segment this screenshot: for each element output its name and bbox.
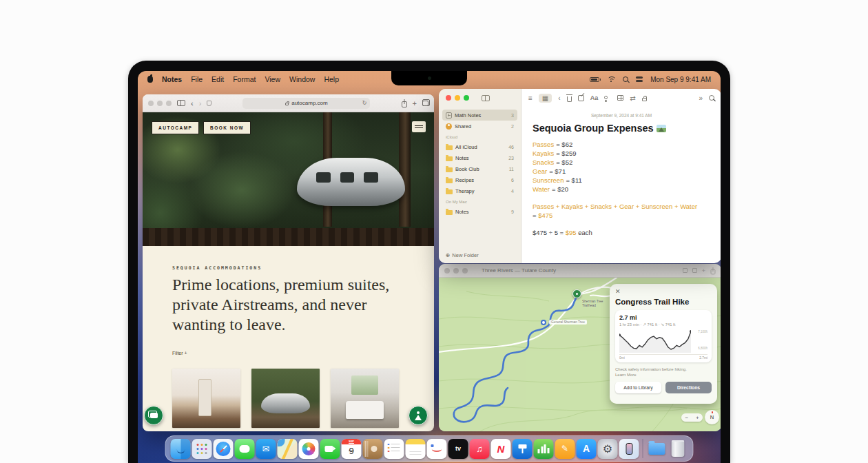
add-pin-icon[interactable]: + — [702, 267, 705, 274]
3d-icon[interactable] — [692, 268, 697, 273]
lock-note-icon[interactable] — [642, 98, 647, 101]
dock-facetime-icon[interactable] — [320, 439, 340, 459]
map-mode-icon[interactable] — [683, 268, 688, 273]
sidebar-item-book-club[interactable]: Book Club 11 — [442, 163, 517, 174]
zoom-in-button[interactable]: + — [696, 415, 699, 421]
forward-button[interactable]: › — [199, 99, 202, 107]
dock-finder-icon[interactable] — [171, 439, 191, 459]
note-content[interactable]: September 9, 2024 at 9:41 AM Sequoia Gro… — [521, 113, 721, 237]
safari-traffic-lights[interactable] — [148, 101, 172, 106]
dock-contacts-icon[interactable] — [363, 439, 383, 459]
sidebar-item-all-icloud[interactable]: All iCloud 46 — [442, 141, 517, 152]
menu-edit[interactable]: Edit — [211, 75, 224, 83]
table-icon[interactable] — [617, 95, 623, 101]
address-bar[interactable]: autocamp.com ↻ — [242, 98, 370, 109]
minimize-button[interactable] — [453, 268, 459, 274]
learn-more-link[interactable]: Learn More — [615, 373, 712, 377]
control-center-icon[interactable] — [636, 76, 643, 83]
sidebar-toggle-icon[interactable] — [482, 95, 490, 101]
listing-photo-bedroom[interactable] — [331, 369, 399, 428]
close-button[interactable] — [148, 101, 154, 106]
tab-overview-icon[interactable] — [422, 101, 428, 106]
app-menu-title[interactable]: Notes — [162, 75, 182, 83]
minimize-button[interactable] — [157, 101, 163, 106]
sidebar-item-therapy[interactable]: Therapy 4 — [442, 185, 517, 196]
trailhead-pin[interactable] — [572, 289, 581, 298]
new-folder-button[interactable]: ⊕ New Folder — [446, 252, 479, 258]
zoom-button[interactable] — [464, 95, 469, 101]
share-icon[interactable] — [402, 101, 407, 107]
dock-maps-icon[interactable] — [278, 439, 298, 459]
book-now-button[interactable]: BOOK NOW — [203, 121, 251, 134]
sidebar-item-recipes[interactable]: Recipes 6 — [442, 174, 517, 185]
dock-settings-icon[interactable]: ⚙ — [598, 439, 618, 459]
maps-traffic-lights[interactable] — [444, 268, 468, 274]
dock-news-icon[interactable]: N — [491, 439, 511, 459]
sidebar-item-local-notes[interactable]: Notes 9 — [442, 206, 517, 217]
dock-iphone-mirroring-icon[interactable] — [619, 439, 639, 459]
listing-photo-interior[interactable] — [172, 369, 240, 428]
dock-tv-icon[interactable]: tv — [448, 439, 468, 459]
dock-safari-icon[interactable] — [214, 439, 234, 459]
map-canvas[interactable]: Sherman Tree Trailhead General Sherman T… — [439, 278, 721, 431]
poi-waypoint[interactable] — [541, 320, 546, 325]
dock-messages-icon[interactable] — [235, 439, 255, 459]
dock-photos-icon[interactable] — [299, 439, 319, 459]
safari-sidebar-icon[interactable] — [177, 100, 185, 106]
search-notes-icon[interactable] — [709, 95, 714, 101]
dock-calendar-icon[interactable]: SEP9 — [342, 439, 362, 459]
battery-icon[interactable] — [590, 77, 599, 82]
dock-pages-icon[interactable]: ✎ — [555, 439, 575, 459]
dock-freeform-icon[interactable] — [427, 439, 447, 459]
dock-notes-icon[interactable] — [406, 439, 426, 459]
reload-icon[interactable]: ↻ — [362, 100, 367, 106]
site-logo-button[interactable]: AUTOCAMP — [152, 121, 199, 134]
dock-launchpad-icon[interactable] — [192, 439, 212, 459]
zoom-button[interactable] — [166, 101, 172, 106]
chat-widget-button[interactable] — [144, 406, 163, 425]
sidebar-item-notes[interactable]: Notes 23 — [442, 152, 517, 163]
zoom-button[interactable] — [462, 268, 468, 274]
back-icon[interactable]: ‹ — [558, 94, 560, 102]
sidebar-item-math-notes[interactable]: Math Notes 3 — [442, 110, 517, 121]
listing-photo-airstream-exterior[interactable] — [251, 369, 320, 428]
more-tools-icon[interactable]: » — [699, 94, 703, 102]
apple-menu-icon[interactable] — [147, 76, 153, 83]
share-icon[interactable] — [711, 269, 716, 274]
wifi-icon[interactable] — [607, 76, 615, 83]
spotlight-search-icon[interactable] — [623, 76, 628, 82]
zoom-out-button[interactable]: − — [685, 415, 688, 421]
dock-app-store-icon[interactable]: A — [577, 439, 597, 459]
menu-help[interactable]: Help — [324, 75, 339, 83]
menu-view[interactable]: View — [265, 75, 280, 83]
new-note-icon[interactable] — [578, 95, 584, 101]
text-direction-icon[interactable]: ⇄ — [630, 94, 635, 102]
back-button[interactable]: ‹ — [191, 99, 194, 107]
filter-control[interactable]: Filter + — [172, 351, 187, 356]
directions-button[interactable]: Directions — [665, 382, 712, 393]
sidebar-item-shared[interactable]: Shared 2 — [442, 121, 517, 132]
list-view-icon[interactable]: ≡ — [528, 94, 533, 102]
map-zoom-control[interactable]: − + — [681, 413, 703, 422]
hamburger-menu-icon[interactable] — [412, 121, 426, 132]
dock-trash-icon[interactable] — [668, 439, 688, 459]
format-text-icon[interactable]: Aa — [590, 94, 599, 101]
dock-mail-icon[interactable]: ✉ — [256, 439, 276, 459]
close-card-icon[interactable]: ✕ — [615, 289, 712, 295]
add-to-library-button[interactable]: Add to Library — [615, 382, 661, 393]
new-tab-icon[interactable]: + — [413, 99, 417, 107]
accessibility-widget-button[interactable] — [409, 406, 428, 425]
dock-music-icon[interactable]: ♫ — [470, 439, 490, 459]
notes-traffic-lights[interactable] — [446, 95, 469, 101]
menu-window[interactable]: Window — [289, 75, 315, 83]
dock-keynote-icon[interactable] — [513, 439, 533, 459]
compass-control[interactable]: N — [705, 410, 719, 424]
dock-reminders-icon[interactable] — [384, 439, 404, 459]
close-button[interactable] — [444, 268, 450, 274]
minimize-button[interactable] — [455, 95, 460, 101]
privacy-shield-icon[interactable] — [207, 101, 211, 106]
dock-numbers-icon[interactable] — [534, 439, 554, 459]
menu-format[interactable]: Format — [233, 75, 256, 83]
checklist-icon[interactable] — [604, 95, 611, 101]
dock-downloads-icon[interactable] — [647, 439, 667, 459]
